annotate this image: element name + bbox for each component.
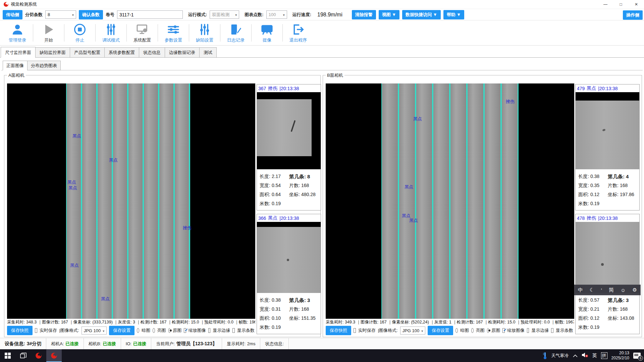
data-quick-access-menu-button[interactable]: 数据快捷访问 ▼ <box>402 10 440 19</box>
defect-label: 黑点 <box>70 262 79 268</box>
defect-card[interactable]: 479 黑点 |20:13:38 长度:0.38 宽度:0.35 面积:0.12… <box>575 84 640 210</box>
run-mode-select[interactable]: 双面检测 <box>210 10 239 19</box>
admin-login-button[interactable]: 管理登录 <box>2 23 33 43</box>
show-strips-checkbox[interactable] <box>232 328 235 333</box>
app-logo-icon <box>35 352 42 359</box>
original-image-radio[interactable] <box>487 328 489 333</box>
subtab-front-image[interactable]: 正面图像 <box>3 61 28 70</box>
exit-icon <box>291 23 305 36</box>
roll-number-input[interactable] <box>117 10 183 19</box>
realtime-save-label: 实时保存 <box>358 327 376 334</box>
subtab-trend-chart[interactable]: 分布趋势图表 <box>27 61 61 70</box>
tray-expand-icon[interactable] <box>573 354 578 357</box>
defect-label: 黑点 <box>413 116 422 122</box>
ime-mode-indicator[interactable]: 拼 <box>601 352 607 359</box>
maximize-button[interactable]: □ <box>613 0 629 9</box>
save-settings-button[interactable]: 保存设置 <box>109 326 135 335</box>
defect-card-column: 479 黑点 |20:13:38 长度:0.38 宽度:0.35 面积:0.12… <box>575 84 640 338</box>
realtime-save-checkbox[interactable] <box>35 328 37 333</box>
volume-muted-icon[interactable] <box>582 352 588 359</box>
view-menu-button[interactable]: 视图 ▼ <box>379 10 399 19</box>
camera-b-connection: 相机B: 已连接 <box>84 338 121 349</box>
defect-settings-button[interactable]: 缺陷设置 <box>189 23 220 43</box>
pinned-app-button[interactable] <box>31 349 46 362</box>
chevron-down-icon <box>103 328 104 333</box>
tab-product-model-config[interactable]: 产品型号配置 <box>70 47 105 58</box>
notification-center-button[interactable]: 6 <box>633 353 641 359</box>
roll-number-label: 卷号 <box>106 12 114 18</box>
zoom-image-checkbox[interactable] <box>184 328 186 333</box>
ime-settings-gear-icon[interactable]: ⚙ <box>632 287 637 293</box>
original-image-label: 原图 <box>491 327 500 334</box>
close-button[interactable]: ✕ <box>629 0 644 9</box>
defect-stats: 长度:0.57 宽度:0.21 面积:0.12 米数:0.19 第几条:3 片数… <box>576 293 639 334</box>
input-language-indicator[interactable]: 英 <box>592 353 597 359</box>
save-snapshot-button[interactable]: 保存快照 <box>7 326 33 335</box>
subtab-strip-underline <box>1 70 643 70</box>
defect-thumbnail <box>576 222 639 293</box>
task-view-button[interactable] <box>15 349 31 362</box>
stop-button[interactable]: 停止 <box>64 23 95 43</box>
camera-icon <box>260 23 274 36</box>
start-button[interactable] <box>0 349 15 362</box>
camera-b-controls: 保存快照 实时保存 |图像格式: JPG 100 保存设置 暗图 亮图 原图 缩… <box>326 325 573 336</box>
log-record-button[interactable]: 日志记录 <box>220 23 251 43</box>
show-edge-checkbox[interactable] <box>527 328 529 333</box>
realtime-save-checkbox[interactable] <box>354 328 356 333</box>
clock[interactable]: 20:13 2025/2/10 <box>611 351 629 361</box>
exit-program-button[interactable]: 退出程序 <box>283 23 314 43</box>
camera-a-controls: 保存快照 实时保存 |图像格式: JPG 100 保存设置 暗图 亮图 原图 缩… <box>7 325 255 336</box>
bright-image-radio[interactable] <box>471 328 474 333</box>
capture-image-button[interactable]: 提像 <box>252 23 282 43</box>
tab-size-monitor[interactable]: 尺寸监控界面 <box>1 47 36 58</box>
defect-card[interactable]: 367 挫伤 |20:13:38 长度:2.17 宽度:0.54 面积:0.64… <box>257 84 321 210</box>
defect-card[interactable]: 366 黑点 |20:13:38 长度:0.38 宽度:0.31 面积:0.10… <box>257 214 321 334</box>
zoom-image-checkbox[interactable] <box>502 328 505 333</box>
confirm-count-button[interactable]: 确认条数 <box>79 10 103 19</box>
save-snapshot-button[interactable]: 保存快照 <box>326 326 351 335</box>
save-settings-button[interactable]: 保存设置 <box>428 326 453 335</box>
dark-image-radio[interactable] <box>455 328 458 333</box>
minimize-button[interactable]: — <box>598 0 613 9</box>
defect-id: 479 <box>577 86 585 91</box>
drive-side-button[interactable]: 传动侧 <box>3 10 22 19</box>
tab-edge-data-record[interactable]: 边缘数据记录 <box>165 47 200 58</box>
slit-count-select[interactable]: 8 <box>45 10 76 19</box>
clear-alarm-button[interactable]: 清除报警 <box>352 10 376 19</box>
system-config-button[interactable]: 系统配置 <box>127 23 158 43</box>
start-button[interactable]: 开始 <box>33 23 64 43</box>
dark-image-radio[interactable] <box>137 328 139 333</box>
camera-a-title: A面相机 <box>7 72 26 78</box>
tab-test[interactable]: 测试 <box>199 47 217 58</box>
defect-id: 366 <box>258 216 266 221</box>
chart-points-select[interactable]: 100 <box>266 10 287 19</box>
run-mode-label: 运行模式: <box>188 12 207 18</box>
parameter-settings-button[interactable]: 参数设置 <box>158 23 189 43</box>
help-menu-button[interactable]: 帮助 ▼ <box>443 10 464 19</box>
original-image-radio[interactable] <box>168 328 171 333</box>
tab-status-info[interactable]: 状态信息 <box>139 47 165 58</box>
defect-card-header: 478 挫伤 |20:13:38 <box>576 214 639 222</box>
tab-defect-monitor[interactable]: 缺陷监控界面 <box>35 47 70 58</box>
show-strips-checkbox[interactable] <box>551 328 553 333</box>
window-title: 视觉检测系统 <box>11 1 37 7</box>
defect-type: 黑点 <box>268 215 277 221</box>
ime-chinese-mode-button[interactable]: 中 <box>578 287 583 293</box>
bright-image-radio[interactable] <box>153 328 155 333</box>
show-edge-checkbox[interactable] <box>208 328 211 333</box>
ime-punctuation-button[interactable]: ’ <box>601 287 602 293</box>
defect-card[interactable]: 478 挫伤 |20:13:38 长度:0.57 宽度:0.21 面积:0.12… <box>575 214 640 334</box>
ime-fullwidth-moon-icon[interactable]: ☾ <box>590 287 594 293</box>
ime-simplified-button[interactable]: 简 <box>609 287 614 293</box>
ime-emoji-button[interactable]: ☺ <box>621 287 626 293</box>
weather-text[interactable]: 天气寒冷 <box>551 353 569 359</box>
image-format-select[interactable]: JPG 100 <box>82 326 107 335</box>
tab-system-param-config[interactable]: 系统参数配置 <box>104 47 139 58</box>
user-icon <box>11 23 24 36</box>
operator-side-button[interactable]: 操作侧 <box>623 10 643 20</box>
defect-label: 黑点 <box>109 157 118 163</box>
debug-mode-button[interactable]: 调试模式 <box>96 23 126 43</box>
chevron-down-icon <box>421 328 423 333</box>
running-app-button[interactable] <box>46 349 62 362</box>
image-format-select[interactable]: JPG 100 <box>400 326 426 335</box>
